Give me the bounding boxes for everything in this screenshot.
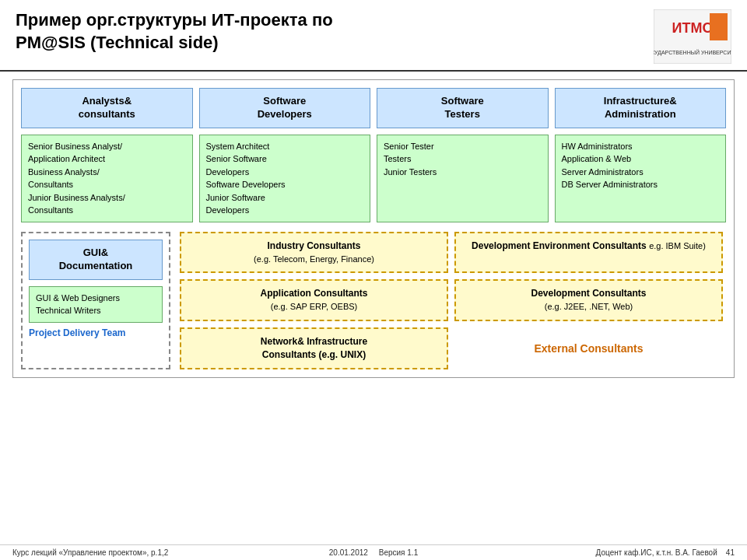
dev-consultants-label: Development Consultants xyxy=(531,288,646,299)
network-consultants-sub: (e.g. UNIX) xyxy=(319,349,366,360)
dept-header-infrastructure: Infrastructure&Administration xyxy=(555,88,727,128)
dept-header-analysts: Analysts&consultants xyxy=(21,88,193,128)
page-footer: Курс лекций «Управление проектом», р.1,2… xyxy=(0,544,747,560)
dev-env-consultants-label: Development Environment Consultants xyxy=(472,240,647,251)
dept-sub-software-dev: System ArchitectSenior SoftwareDeveloper… xyxy=(199,135,371,222)
title-line2: PM@SIS (Technical side) xyxy=(16,33,219,52)
dev-env-consultants-sub: e.g. IBM Suite) xyxy=(649,241,706,250)
title-line1: Пример орг.структуры ИТ-проекта по xyxy=(16,10,333,30)
svg-text:ИТМО: ИТМО xyxy=(672,20,714,36)
footer-right: Доцент каф.ИС, к.т.н. В.А. Гаевой 41 xyxy=(494,548,735,557)
footer-left: Курс лекций «Управление проектом», р.1,2 xyxy=(12,548,253,557)
industry-consultants-label: Industry Consultants xyxy=(267,240,360,251)
industry-consultants-box: Industry Consultants (e.g. Telecom, Ener… xyxy=(180,232,448,274)
gui-header: GUI&Documentation xyxy=(29,240,163,280)
app-consultants-label: Application Consultants xyxy=(261,288,368,299)
dept-headers-row: Analysts&consultants SoftwareDevelopers … xyxy=(21,88,726,128)
dept-sub-analysts: Senior Business Analyst/Application Arch… xyxy=(21,135,193,222)
bottom-consultants-row: Network& InfrastructureConsultants (e.g.… xyxy=(180,327,723,369)
page-title: Пример орг.структуры ИТ-проекта по PM@SI… xyxy=(16,9,333,54)
footer-author: Доцент каф.ИС, к.т.н. В.А. Гаевой xyxy=(596,548,717,557)
network-consultants-box: Network& InfrastructureConsultants (e.g.… xyxy=(180,327,448,369)
dept-sub-infrastructure: HW AdministratorsApplication & WebServer… xyxy=(555,135,727,222)
left-side: GUI&Documentation GUI & Web DesignersTec… xyxy=(21,232,170,369)
right-side: Industry Consultants (e.g. Telecom, Ener… xyxy=(177,232,726,369)
dev-consultants-box: Development Consultants (e.g. J2EE, .NET… xyxy=(454,279,723,321)
dept-header-software-test: SoftwareTesters xyxy=(377,88,549,128)
app-consultants-sub: (e.g. SAP ERP, OEBS) xyxy=(271,302,357,311)
logo: ИТМО ГОСУДАРСТВЕННЫЙ УНИВЕРСИТЕТ xyxy=(654,9,731,64)
gui-sub: GUI & Web DesignersTechnical Writers xyxy=(29,286,163,323)
footer-center: 20.01.2012 Версия 1.1 xyxy=(253,548,493,557)
footer-page: 41 xyxy=(726,548,735,557)
org-chart: Analysts&consultants SoftwareDevelopers … xyxy=(12,79,735,378)
footer-date: 20.01.2012 xyxy=(329,548,368,557)
svg-text:ГОСУДАРСТВЕННЫЙ УНИВЕРСИТЕТ: ГОСУДАРСТВЕННЫЙ УНИВЕРСИТЕТ xyxy=(654,49,731,56)
svg-marker-3 xyxy=(716,16,726,39)
project-delivery-label: Project Delivery Team xyxy=(29,327,163,338)
bottom-section: GUI&Documentation GUI & Web DesignersTec… xyxy=(21,232,726,369)
app-consultants-box: Application Consultants (e.g. SAP ERP, O… xyxy=(180,279,448,321)
itmo-logo-svg: ИТМО ГОСУДАРСТВЕННЫЙ УНИВЕРСИТЕТ xyxy=(654,9,731,64)
dept-header-software-dev: SoftwareDevelopers xyxy=(199,88,371,128)
dev-consultants-sub: (e.g. J2EE, .NET, Web) xyxy=(545,302,633,311)
main-content: Analysts&consultants SoftwareDevelopers … xyxy=(0,72,747,386)
dept-sub-software-test: Senior TesterTestersJunior Testers xyxy=(377,135,549,222)
consultants-grid: Industry Consultants (e.g. Telecom, Ener… xyxy=(180,232,723,321)
dev-env-consultants-box: Development Environment Consultants e.g.… xyxy=(454,232,723,274)
page-header: Пример орг.структуры ИТ-проекта по PM@SI… xyxy=(0,0,747,72)
footer-version: Версия 1.1 xyxy=(379,548,418,557)
dept-sub-row: Senior Business Analyst/Application Arch… xyxy=(21,135,726,222)
external-consultants-label: External Consultants xyxy=(454,342,723,355)
industry-consultants-sub: (e.g. Telecom, Energy, Finance) xyxy=(254,254,374,264)
